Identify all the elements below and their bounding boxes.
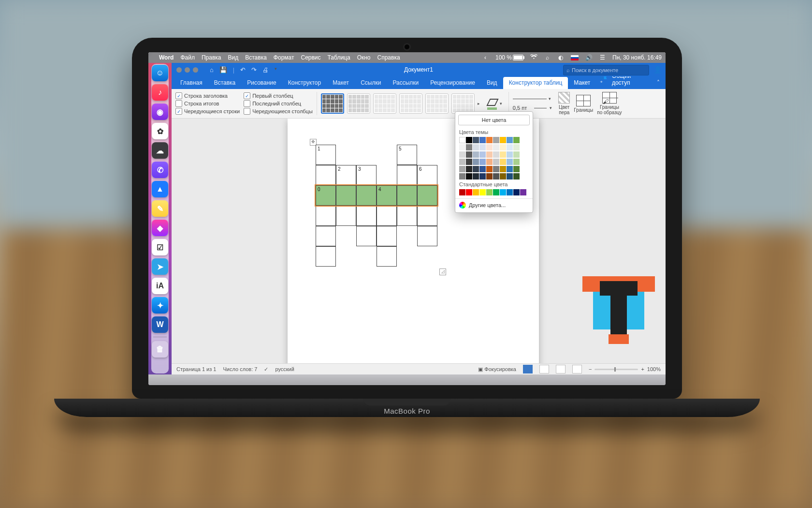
- dock-music-icon[interactable]: ♪: [152, 84, 168, 101]
- dock-trash-icon[interactable]: 🗑: [152, 341, 168, 358]
- tab-insert[interactable]: Вставка: [208, 77, 242, 89]
- dock-affinity-icon[interactable]: ◆: [152, 220, 168, 236]
- table-style-4[interactable]: [399, 93, 422, 114]
- color-swatch[interactable]: [493, 189, 499, 195]
- color-swatch[interactable]: [493, 173, 499, 179]
- color-swatch[interactable]: [486, 159, 493, 165]
- battery-indicator[interactable]: 100 %: [495, 54, 523, 61]
- color-swatch[interactable]: [473, 151, 479, 158]
- color-swatch[interactable]: [507, 189, 513, 195]
- table-style-2[interactable]: [347, 93, 370, 114]
- volume-icon[interactable]: 🔊: [585, 54, 592, 61]
- color-swatch[interactable]: [473, 189, 479, 195]
- color-swatch[interactable]: [459, 189, 465, 195]
- pen-color-button[interactable]: Цвет пера: [558, 92, 570, 115]
- tab-mailings[interactable]: Рассылки: [387, 77, 424, 89]
- menubar-app[interactable]: Word: [159, 54, 174, 61]
- color-swatch[interactable]: [513, 137, 520, 143]
- color-swatch[interactable]: [473, 166, 479, 172]
- line-style-dropdown[interactable]: ▾: [513, 96, 554, 101]
- color-swatch[interactable]: [486, 137, 493, 143]
- crossword-cell[interactable]: [336, 206, 356, 226]
- menubar-datetime[interactable]: Пн, 30 нояб. 16:49: [612, 54, 662, 61]
- color-swatch[interactable]: [486, 173, 493, 179]
- color-swatch[interactable]: [466, 173, 472, 179]
- color-swatch[interactable]: [466, 151, 472, 158]
- crossword-cell[interactable]: [356, 226, 377, 246]
- opt-first-col[interactable]: ✓Первый столбец: [244, 92, 313, 99]
- crossword-cell[interactable]: 1: [316, 145, 336, 165]
- border-painter-button[interactable]: Границы по образцу: [597, 92, 622, 115]
- crossword-cell[interactable]: [316, 206, 336, 226]
- color-swatch[interactable]: [466, 144, 472, 150]
- status-lang[interactable]: русский: [275, 366, 294, 372]
- line-weight-dropdown[interactable]: 0,5 пт ▾: [513, 105, 554, 111]
- dock-photos-icon[interactable]: ✿: [152, 123, 168, 139]
- color-swatch[interactable]: [513, 166, 520, 172]
- menu-edit[interactable]: Правка: [202, 54, 221, 61]
- color-swatch[interactable]: [466, 137, 472, 143]
- color-swatch[interactable]: [513, 159, 520, 165]
- menu-file[interactable]: Файл: [180, 54, 195, 61]
- crossword-cell[interactable]: [316, 165, 336, 185]
- dock-word-icon[interactable]: W: [152, 316, 168, 333]
- crossword-cell[interactable]: [397, 206, 417, 226]
- spotlight-icon[interactable]: ⌕: [544, 54, 551, 61]
- crossword-cell[interactable]: [417, 206, 437, 226]
- crossword-cell[interactable]: [417, 226, 437, 246]
- opt-banded-cols[interactable]: Чередующиеся столбцы: [244, 108, 313, 115]
- color-swatch[interactable]: [493, 166, 499, 172]
- share-avatar-icon[interactable]: 👤: [653, 66, 662, 74]
- color-swatch[interactable]: [513, 151, 520, 158]
- color-swatch[interactable]: [479, 159, 486, 165]
- color-swatch[interactable]: [486, 144, 493, 150]
- table-styles-gallery[interactable]: ▸: [321, 93, 482, 114]
- tab-view[interactable]: Вид: [481, 77, 503, 89]
- crossword-cell[interactable]: [377, 226, 397, 246]
- shading-button[interactable]: ▾: [486, 97, 505, 110]
- color-swatch[interactable]: [507, 151, 513, 158]
- menu-window[interactable]: Окно: [357, 54, 371, 61]
- color-swatch[interactable]: [493, 137, 499, 143]
- opt-header-row[interactable]: ✓Строка заголовка: [175, 92, 240, 99]
- tab-table-design[interactable]: Конструктор таблиц: [503, 77, 568, 89]
- zoom-control[interactable]: − + 100%: [589, 366, 661, 372]
- crossword-cell[interactable]: [356, 206, 377, 226]
- gallery-scroll-icon[interactable]: ▸: [478, 101, 482, 106]
- dock-finder-icon[interactable]: ☺: [152, 65, 168, 81]
- tab-design[interactable]: Конструктор: [282, 77, 327, 89]
- table-style-6[interactable]: [451, 93, 475, 114]
- color-swatch[interactable]: [479, 166, 486, 172]
- color-swatch[interactable]: [507, 137, 513, 143]
- color-swatch[interactable]: [466, 166, 472, 172]
- wifi-icon[interactable]: [530, 54, 537, 61]
- collapse-ribbon-icon[interactable]: ˄: [654, 77, 663, 89]
- color-swatch[interactable]: [479, 189, 486, 195]
- tab-draw[interactable]: Рисование: [241, 77, 282, 89]
- crossword-cell[interactable]: [316, 226, 336, 246]
- menu-tools[interactable]: Сервис: [301, 54, 320, 61]
- menu-view[interactable]: Вид: [228, 54, 239, 61]
- notification-icon[interactable]: ☰: [599, 54, 606, 61]
- borders-button[interactable]: Границы: [574, 95, 593, 113]
- color-swatch[interactable]: [500, 159, 506, 165]
- color-swatch[interactable]: [466, 189, 472, 195]
- color-swatch[interactable]: [493, 159, 499, 165]
- color-swatch[interactable]: [500, 144, 506, 150]
- color-swatch[interactable]: [486, 151, 493, 158]
- zoom-in-icon[interactable]: +: [641, 366, 644, 372]
- dock-cloud-icon[interactable]: ☁: [152, 142, 168, 159]
- tab-table-layout[interactable]: Макет: [568, 77, 596, 89]
- tab-review[interactable]: Рецензирование: [424, 77, 481, 89]
- dnd-icon[interactable]: ◐: [557, 54, 564, 61]
- zoom-percent[interactable]: 100%: [647, 366, 661, 372]
- color-swatch[interactable]: [493, 144, 499, 150]
- menu-format[interactable]: Формат: [274, 54, 294, 61]
- mirror-icon[interactable]: ‹: [482, 54, 489, 61]
- crossword-cell[interactable]: 6: [417, 165, 437, 185]
- color-swatch[interactable]: [507, 166, 513, 172]
- crossword-cell[interactable]: 3: [356, 165, 377, 185]
- document-canvas[interactable]: ✥ 1523604◿: [172, 119, 666, 363]
- view-draft-icon[interactable]: [572, 365, 582, 374]
- dock-viber-icon[interactable]: ✆: [152, 162, 168, 178]
